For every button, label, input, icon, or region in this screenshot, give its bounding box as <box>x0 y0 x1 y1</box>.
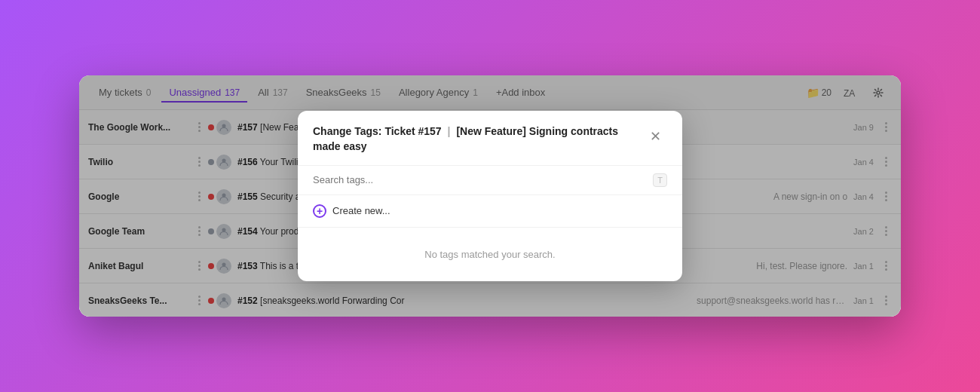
create-new-button[interactable]: + Create new... <box>298 195 682 228</box>
no-results-message: No tags matched your search. <box>298 228 682 281</box>
search-input[interactable] <box>313 174 647 185</box>
modal-close-button[interactable]: ✕ <box>643 124 667 149</box>
change-tags-modal: Change Tags: Ticket #157 | [New Feature]… <box>298 111 682 280</box>
modal-title-prefix: Change Tags: Ticket #157 <box>313 125 442 137</box>
create-new-label: Create new... <box>332 205 390 216</box>
plus-icon: + <box>313 204 326 218</box>
modal-pipe: | <box>448 125 454 137</box>
search-row: T <box>298 165 682 195</box>
modal-overlay: Change Tags: Ticket #157 | [New Feature]… <box>79 75 901 317</box>
modal-title: Change Tags: Ticket #157 | [New Feature]… <box>313 124 631 154</box>
search-shortcut-key: T <box>653 173 667 187</box>
main-panel: My tickets 0 Unassigned 137 All 137 Snea… <box>79 75 901 317</box>
modal-header: Change Tags: Ticket #157 | [New Feature]… <box>298 111 682 164</box>
